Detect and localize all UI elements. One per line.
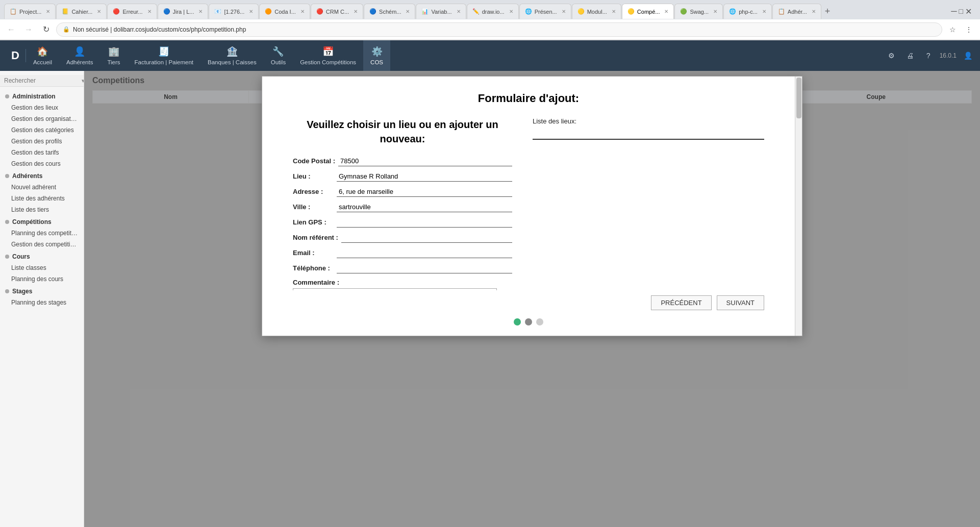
sidebar-item-planning-competitions[interactable]: Planning des competitions: [0, 228, 84, 239]
settings-button[interactable]: ⋮: [962, 22, 976, 37]
sidebar-item-gestion-profils[interactable]: Gestion des profils: [0, 136, 84, 147]
tab-close-icon[interactable]: ✕: [713, 9, 717, 14]
tab-module[interactable]: 🟡 Modul... ✕: [572, 4, 621, 19]
new-tab-button[interactable]: +: [822, 6, 834, 17]
field-adresse: Adresse :: [293, 187, 512, 197]
tab-close-icon[interactable]: ✕: [509, 9, 513, 14]
tab-close-icon[interactable]: ✕: [249, 9, 253, 14]
banques-icon: 🏦: [227, 46, 238, 57]
nav-tiers[interactable]: 🏢 Tiers: [100, 40, 127, 71]
nav-outils[interactable]: 🔧 Outils: [264, 40, 293, 71]
input-nom-referent[interactable]: [341, 233, 512, 243]
back-button[interactable]: ←: [4, 22, 18, 37]
help-icon[interactable]: ?: [921, 48, 936, 63]
sidebar-item-gestion-competitions[interactable]: Gestion des competitions: [0, 239, 84, 250]
search-input[interactable]: [4, 77, 81, 84]
section-bullet: [5, 94, 9, 98]
input-adresse[interactable]: [337, 187, 512, 197]
field-nom-referent: Nom référent :: [293, 233, 512, 243]
tab-project[interactable]: 📋 Project... ✕: [4, 4, 56, 19]
tab-compe[interactable]: 🟡 Compé... ✕: [622, 4, 674, 19]
nav-gestion-competitions[interactable]: 📅 Gestion Compétitions: [293, 40, 363, 71]
tab-coda[interactable]: 🟠 Coda I... ✕: [259, 4, 310, 19]
sidebar-item-gestion-cours[interactable]: Gestion des cours: [0, 158, 84, 169]
sidebar-section-stages: Stages: [0, 285, 84, 297]
input-code-postal[interactable]: [338, 156, 512, 166]
tab-email[interactable]: 📧 [1.276... ✕: [209, 4, 259, 19]
input-lieu[interactable]: [337, 171, 512, 182]
nav-accueil[interactable]: 🏠 Accueil: [26, 40, 59, 71]
input-email[interactable]: [337, 248, 512, 258]
sidebar-item-nouvel-adherent[interactable]: Nouvel adhérent: [0, 182, 84, 193]
sidebar-item-gestion-tarifs[interactable]: Gestion des tarifs: [0, 147, 84, 158]
sidebar: ▼ Administration Gestion des lieux Gesti…: [0, 71, 84, 527]
reload-button[interactable]: ↻: [39, 22, 53, 37]
input-ville[interactable]: [337, 202, 512, 212]
precedent-button[interactable]: PRÉCÉDENT: [651, 295, 711, 310]
tab-close-icon[interactable]: ✕: [147, 9, 152, 14]
sidebar-item-gestion-organisateurs[interactable]: Gestion des organisateurs: [0, 113, 84, 124]
tab-variable[interactable]: 📊 Variab... ✕: [416, 4, 466, 19]
tab-close-icon[interactable]: ✕: [198, 9, 203, 14]
tab-presen[interactable]: 🌐 Présen... ✕: [519, 4, 571, 19]
tab-cahier[interactable]: 📒 Cahier... ✕: [56, 4, 107, 19]
section-bullet: [5, 220, 9, 224]
address-bar[interactable]: 🔒 Non sécurisé | dolibarr.cosjudo/custom…: [56, 22, 942, 37]
tab-crm[interactable]: 🔴 CRM C... ✕: [311, 4, 363, 19]
tab-close-icon[interactable]: ✕: [406, 9, 410, 14]
suivant-button[interactable]: SUIVANT: [717, 295, 764, 310]
sidebar-item-liste-classes[interactable]: Liste classes: [0, 262, 84, 273]
sidebar-item-gestion-categories[interactable]: Gestion des catégories: [0, 124, 84, 136]
tab-erreur[interactable]: 🔴 Erreur... ✕: [107, 4, 157, 19]
input-telephone[interactable]: [337, 263, 512, 273]
tab-close-icon[interactable]: ✕: [46, 9, 50, 14]
nav-cos[interactable]: ⚙️ COS: [363, 40, 390, 71]
forward-button[interactable]: →: [21, 22, 36, 37]
nav-banques[interactable]: 🏦 Banques | Caisses: [200, 40, 264, 71]
settings-icon[interactable]: ⚙: [885, 48, 899, 63]
minimize-button[interactable]: ─: [951, 7, 957, 16]
tab-adher[interactable]: 📋 Adhér... ✕: [772, 4, 821, 19]
sidebar-section-adherents: Adhérents: [0, 169, 84, 182]
browser-nav: ← → ↻ 🔒 Non sécurisé | dolibarr.cosjudo/…: [0, 19, 980, 40]
sidebar-item-liste-adherents[interactable]: Liste des adhérents: [0, 193, 84, 204]
tab-swagger[interactable]: 🟢 Swag... ✕: [674, 4, 723, 19]
field-code-postal: Code Postal :: [293, 156, 512, 166]
bookmark-button[interactable]: ☆: [945, 22, 960, 37]
nav-facturation[interactable]: 🧾 Facturation | Paiement: [128, 40, 201, 71]
sidebar-item-liste-tiers[interactable]: Liste des tiers: [0, 204, 84, 215]
liste-des-lieux-select[interactable]: [533, 127, 764, 140]
sidebar-search[interactable]: ▼: [0, 75, 84, 87]
field-label-code-postal: Code Postal :: [293, 157, 335, 165]
tab-close-icon[interactable]: ✕: [457, 9, 461, 14]
search-arrow-icon: ▼: [81, 78, 84, 84]
tab-close-icon[interactable]: ✕: [562, 9, 566, 14]
modal-dialog: Formulaire d'ajout: Veuillez choisir un …: [262, 76, 802, 336]
tab-close-icon[interactable]: ✕: [97, 9, 101, 14]
modal-title: Formulaire d'ajout:: [293, 92, 764, 105]
input-lien-gps[interactable]: [337, 217, 512, 228]
tab-close-icon[interactable]: ✕: [762, 9, 766, 14]
nav-adherents[interactable]: 👤 Adhérents: [59, 40, 100, 71]
tab-php[interactable]: 🌐 php-c... ✕: [723, 4, 772, 19]
tab-close-icon[interactable]: ✕: [812, 9, 816, 14]
tab-close-icon[interactable]: ✕: [300, 9, 305, 14]
close-button[interactable]: ✕: [965, 7, 972, 16]
browser-chrome: 📋 Project... ✕ 📒 Cahier... ✕ 🔴 Erreur...…: [0, 0, 980, 40]
field-lien-gps: Lien GPS :: [293, 217, 512, 228]
sidebar-item-gestion-lieux[interactable]: Gestion des lieux: [0, 102, 84, 113]
maximize-button[interactable]: □: [959, 7, 963, 15]
scrollbar-thumb[interactable]: [796, 78, 801, 118]
tab-schema[interactable]: 🔵 Schém... ✕: [364, 4, 415, 19]
tab-jira[interactable]: 🔵 Jira | L... ✕: [158, 4, 209, 19]
sidebar-item-planning-cours[interactable]: Planning des cours: [0, 273, 84, 285]
tab-draw[interactable]: ✏️ draw.io... ✕: [467, 4, 519, 19]
modal-scrollbar[interactable]: [795, 77, 802, 336]
print-icon[interactable]: 🖨: [903, 48, 917, 63]
user-icon[interactable]: 👤: [961, 48, 975, 63]
tab-close-icon[interactable]: ✕: [612, 9, 616, 14]
tab-close-icon[interactable]: ✕: [354, 9, 358, 14]
gestion-competitions-icon: 📅: [322, 46, 334, 57]
tab-close-icon[interactable]: ✕: [664, 9, 668, 14]
sidebar-item-planning-stages[interactable]: Planning des stages: [0, 297, 84, 308]
